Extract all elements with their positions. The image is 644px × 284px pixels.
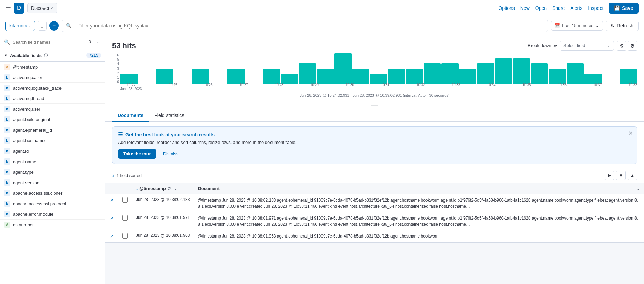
field-item[interactable]: k activemq.user <box>0 104 105 114</box>
y-axis-label: 1 <box>112 76 119 79</box>
keyboard-view-button[interactable]: ▶ <box>605 171 614 180</box>
search-input[interactable] <box>13 40 80 45</box>
new-link[interactable]: New <box>520 5 530 11</box>
field-item[interactable]: k apache.access.ssl.cipher <box>0 188 105 198</box>
tour-banner-title-text: Get the best look at your search results <box>125 132 215 137</box>
field-name: apache.access.ssl.cipher <box>13 191 62 196</box>
red-line <box>637 53 637 84</box>
field-item[interactable]: k activemq.caller <box>0 72 105 83</box>
expand-row-button[interactable]: ↗ <box>109 197 114 203</box>
breakdown-select[interactable]: Select field ⌄ <box>560 41 614 51</box>
x-axis-label: 10:29 <box>310 83 319 91</box>
sort-info-left: ↕ 1 field sorted <box>112 173 142 178</box>
add-filter-button[interactable]: + <box>49 21 59 31</box>
expand-row-button[interactable]: ↗ <box>109 233 114 239</box>
y-axis-label: 4 <box>112 62 119 66</box>
chart-bar <box>495 58 512 84</box>
timestamp-col-header[interactable]: ↓ @timestamp ⏱ ⌄ <box>132 183 194 194</box>
histogram-chart: 6543210 10:24 June 28, 202310:2510:2610:… <box>112 53 637 91</box>
save-button[interactable]: 💾 Save <box>609 3 639 14</box>
tab-field-statistics[interactable]: Field statistics <box>149 109 190 122</box>
filter-icon-button[interactable]: ⎯ <box>38 21 47 31</box>
field-item[interactable]: k activemq.log.stack_trace <box>0 83 105 93</box>
chevron-down-icon: ⌄ <box>28 23 31 28</box>
tab-documents[interactable]: Documents <box>112 109 149 122</box>
chevron-down-icon: ✓ <box>51 6 54 10</box>
field-item[interactable]: k activemq.thread <box>0 93 105 104</box>
field-name: agent.name <box>13 159 36 164</box>
field-item[interactable]: k apache.error.module <box>0 209 105 220</box>
histogram-icons: ⚙ ⚙ <box>617 41 637 51</box>
field-item[interactable]: k agent.id <box>0 146 105 156</box>
field-badge: k <box>4 211 10 217</box>
field-item[interactable]: k agent.version <box>0 177 105 188</box>
field-item[interactable]: k agent.ephemeral_id <box>0 125 105 135</box>
take-tour-button[interactable]: Take the tour <box>118 149 156 159</box>
field-item[interactable]: k agent.hostname <box>0 135 105 146</box>
data-source-button[interactable]: kifarunix ⌄ <box>5 21 35 31</box>
gear-icon-button[interactable]: ⚙ <box>628 41 637 51</box>
field-item[interactable]: k agent.build.original <box>0 114 105 125</box>
inspect-link[interactable]: Inspect <box>588 5 603 11</box>
timestamp-cell: Jun 28, 2023 @ 10:38:01.971 <box>132 212 194 230</box>
x-axis-label: 10:31 <box>381 83 389 91</box>
field-item[interactable]: @ @timestamp <box>0 62 105 72</box>
document-cell: @timestamp Jun 28, 2023 @ 10:38:01.971 a… <box>194 212 644 230</box>
chart-bar <box>620 69 637 84</box>
time-picker[interactable]: 📅 Last 15 minutes ⌄ <box>551 21 603 31</box>
y-axis-label: 0 <box>112 80 119 84</box>
close-banner-button[interactable]: ✕ <box>628 130 633 136</box>
sidebar: 🔍 ⎯ 0 ← ▼ Available fields ⓘ 7215 @ @tim… <box>0 35 105 284</box>
sidebar-search: 🔍 ⎯ 0 ← <box>0 35 105 49</box>
app-name-label: Discover <box>31 5 49 11</box>
row-checkbox[interactable] <box>122 233 128 239</box>
chart-x-labels: 10:24 June 28, 202310:2510:2610:2710:281… <box>120 83 637 91</box>
chart-bar <box>388 69 405 84</box>
document-col-header[interactable]: Document ⌄ <box>194 183 644 194</box>
settings-icon-button[interactable]: ⚙ <box>617 41 626 51</box>
breakdown-placeholder: Select field <box>563 43 585 48</box>
row-checkbox[interactable] <box>122 197 128 203</box>
field-item[interactable]: # as.number <box>0 220 105 230</box>
field-badge: k <box>4 190 10 196</box>
row-checkbox[interactable] <box>122 215 128 221</box>
y-axis-label: 3 <box>112 67 119 70</box>
filter-bar: kifarunix ⌄ ⎯ + 🔍 📅 Last 15 minutes ⌄ ↻ … <box>0 16 644 35</box>
dismiss-button[interactable]: Dismiss <box>159 149 183 159</box>
field-item[interactable]: k agent.name <box>0 156 105 167</box>
hamburger-icon[interactable]: ☰ <box>5 4 11 12</box>
filter-count[interactable]: ⎯ 0 <box>83 39 93 45</box>
options-link[interactable]: Options <box>498 5 515 11</box>
chart-bar <box>352 69 370 84</box>
drag-handle[interactable]: ⎯⎯ <box>112 99 637 106</box>
data-source-label: kifarunix <box>9 23 27 29</box>
field-badge: k <box>4 85 10 91</box>
refresh-button[interactable]: ↻ Refresh <box>606 21 639 31</box>
chart-bar <box>227 69 245 84</box>
chevron-down-icon[interactable]: ▼ <box>4 53 8 57</box>
app-name-button[interactable]: Discover ✓ <box>27 3 57 13</box>
expand-row-button[interactable]: ↗ <box>109 215 114 221</box>
x-axis-label: 10:24 June 28, 2023 <box>120 83 142 91</box>
chart-bar <box>192 69 209 84</box>
chart-bar <box>334 53 352 84</box>
sort-info-label: 1 field sorted <box>117 173 142 178</box>
x-axis-label: 10:28 <box>275 83 283 91</box>
kql-input[interactable] <box>74 20 544 31</box>
chart-bar <box>477 63 494 84</box>
x-axis-label: 10:36 <box>558 83 567 91</box>
collapse-sidebar-icon[interactable]: ← <box>96 39 101 45</box>
column-view-button[interactable]: ▲ <box>628 171 637 180</box>
open-link[interactable]: Open <box>535 5 547 11</box>
alerts-link[interactable]: Alerts <box>570 5 582 11</box>
field-name: as.number <box>13 222 34 227</box>
info-icon[interactable]: ⓘ <box>44 53 48 58</box>
share-link[interactable]: Share <box>552 5 565 11</box>
field-badge: @ <box>4 64 10 70</box>
document-cell: @timestamp Jun 28, 2023 @ 10:38:02.183 a… <box>194 194 644 212</box>
field-item[interactable]: k agent.type <box>0 167 105 177</box>
chart-bar <box>263 69 280 84</box>
grid-view-button[interactable]: ■ <box>616 171 626 180</box>
field-item[interactable]: k apache.access.ssl.protocol <box>0 198 105 209</box>
chart-range-label: Jun 28, 2023 @ 10:24:02.931 - Jun 28, 20… <box>112 92 637 99</box>
